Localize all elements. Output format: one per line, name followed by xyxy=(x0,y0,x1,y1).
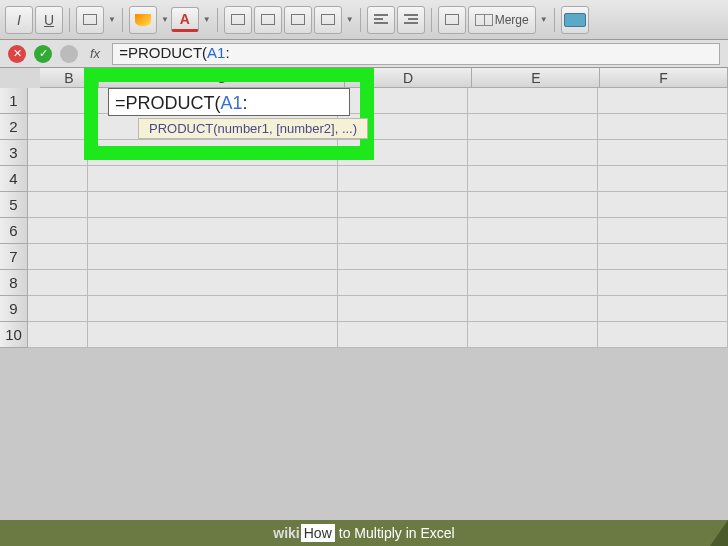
table-row xyxy=(28,296,728,322)
cell[interactable] xyxy=(468,88,598,114)
cell[interactable] xyxy=(338,140,468,166)
cell[interactable] xyxy=(88,296,338,322)
chevron-down-icon[interactable]: ▼ xyxy=(540,15,548,24)
row-header[interactable]: 5 xyxy=(0,192,28,218)
cell[interactable] xyxy=(28,296,88,322)
row-header[interactable]: 4 xyxy=(0,166,28,192)
align-button-3[interactable] xyxy=(284,6,312,34)
caption-how: How xyxy=(301,524,335,542)
cell[interactable] xyxy=(338,218,468,244)
column-header[interactable]: C xyxy=(99,68,345,88)
cell[interactable] xyxy=(468,244,598,270)
cell[interactable] xyxy=(28,166,88,192)
row-header[interactable]: 2 xyxy=(0,114,28,140)
column-header[interactable]: E xyxy=(472,68,600,88)
cell[interactable] xyxy=(468,166,598,192)
cell[interactable] xyxy=(88,192,338,218)
cell[interactable] xyxy=(468,296,598,322)
wrap-text-button[interactable] xyxy=(438,6,466,34)
cell[interactable] xyxy=(28,114,88,140)
italic-button[interactable]: I xyxy=(5,6,33,34)
chevron-down-icon[interactable]: ▼ xyxy=(203,15,211,24)
cell[interactable] xyxy=(338,270,468,296)
cell[interactable] xyxy=(88,218,338,244)
formula-bar: ✕ ✓ fx =PRODUCT(A1: xyxy=(0,40,728,68)
row-header[interactable]: 3 xyxy=(0,140,28,166)
currency-button[interactable] xyxy=(561,6,589,34)
separator xyxy=(431,8,432,32)
decrease-indent-button[interactable] xyxy=(367,6,395,34)
row-header[interactable]: 9 xyxy=(0,296,28,322)
column-header[interactable]: F xyxy=(600,68,728,88)
chevron-down-icon[interactable]: ▼ xyxy=(161,15,169,24)
cell[interactable] xyxy=(598,166,728,192)
row-header[interactable]: 10 xyxy=(0,322,28,348)
merge-button[interactable]: Merge xyxy=(468,6,536,34)
increase-indent-button[interactable] xyxy=(397,6,425,34)
cell[interactable] xyxy=(28,218,88,244)
align-button-1[interactable] xyxy=(224,6,252,34)
cells-area[interactable] xyxy=(28,88,728,348)
cell[interactable] xyxy=(88,140,338,166)
separator xyxy=(554,8,555,32)
cell[interactable] xyxy=(28,140,88,166)
cancel-icon[interactable]: ✕ xyxy=(8,45,26,63)
cell[interactable] xyxy=(598,244,728,270)
cell[interactable] xyxy=(88,322,338,348)
cell-text-ref: A1 xyxy=(221,93,243,113)
cell[interactable] xyxy=(338,192,468,218)
row-header[interactable]: 6 xyxy=(0,218,28,244)
cell[interactable] xyxy=(88,270,338,296)
cell[interactable] xyxy=(598,140,728,166)
cell[interactable] xyxy=(28,192,88,218)
column-header[interactable]: B xyxy=(40,68,99,88)
cell[interactable] xyxy=(468,192,598,218)
table-row xyxy=(28,270,728,296)
borders-button[interactable] xyxy=(76,6,104,34)
chevron-down-icon[interactable]: ▼ xyxy=(108,15,116,24)
cell[interactable] xyxy=(598,218,728,244)
separator xyxy=(360,8,361,32)
cell-text-suffix: : xyxy=(243,93,248,113)
align-button-2[interactable] xyxy=(254,6,282,34)
cell[interactable] xyxy=(598,88,728,114)
cell[interactable] xyxy=(28,322,88,348)
formula-text-ref: A1 xyxy=(207,44,225,61)
chevron-down-icon[interactable]: ▼ xyxy=(346,15,354,24)
cell[interactable] xyxy=(88,244,338,270)
row-header[interactable]: 7 xyxy=(0,244,28,270)
row-header[interactable]: 1 xyxy=(0,88,28,114)
cell[interactable] xyxy=(468,218,598,244)
cell[interactable] xyxy=(598,322,728,348)
cell[interactable] xyxy=(28,88,88,114)
active-cell-editor[interactable]: =PRODUCT(A1: xyxy=(108,88,350,116)
cell[interactable] xyxy=(468,322,598,348)
cell[interactable] xyxy=(338,322,468,348)
cell[interactable] xyxy=(598,296,728,322)
cell[interactable] xyxy=(338,166,468,192)
formula-input[interactable]: =PRODUCT(A1: xyxy=(112,43,720,65)
cell[interactable] xyxy=(28,270,88,296)
font-color-button[interactable]: A xyxy=(171,7,199,32)
row-header[interactable]: 8 xyxy=(0,270,28,296)
cell[interactable] xyxy=(338,88,468,114)
fill-color-button[interactable] xyxy=(129,6,157,34)
orientation-button[interactable] xyxy=(314,6,342,34)
enter-icon[interactable]: ✓ xyxy=(34,45,52,63)
caption-title: to Multiply in Excel xyxy=(339,525,455,541)
column-header[interactable]: D xyxy=(345,68,473,88)
cell[interactable] xyxy=(598,114,728,140)
cell[interactable] xyxy=(598,270,728,296)
cell[interactable] xyxy=(88,166,338,192)
cell[interactable] xyxy=(338,244,468,270)
underline-button[interactable]: U xyxy=(35,6,63,34)
caption-arrow-icon xyxy=(710,520,728,546)
cell[interactable] xyxy=(468,270,598,296)
cell[interactable] xyxy=(28,244,88,270)
cell[interactable] xyxy=(338,296,468,322)
cell[interactable] xyxy=(468,114,598,140)
cell[interactable] xyxy=(598,192,728,218)
toolbar: I U ▼ ▼ A ▼ ▼ Merge ▼ xyxy=(0,0,728,40)
fx-grey-icon[interactable] xyxy=(60,45,78,63)
cell[interactable] xyxy=(468,140,598,166)
